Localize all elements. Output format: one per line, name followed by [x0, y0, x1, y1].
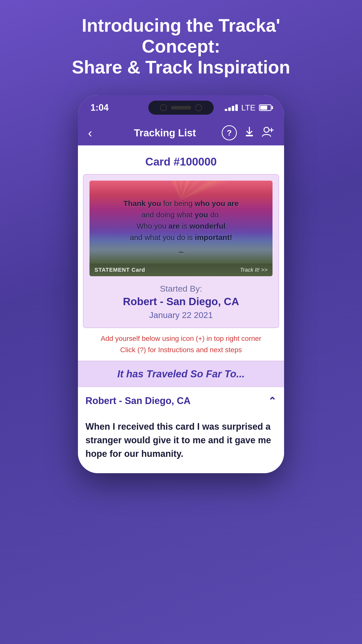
- card-author: Robert - San Diego, CA: [88, 296, 274, 308]
- download-icon: [244, 126, 255, 137]
- instruction-line1: Add yourself below using icon (+) in top…: [85, 333, 277, 344]
- nav-title: Tracking List: [108, 127, 222, 139]
- chevron-up-icon[interactable]: ⌃: [268, 395, 277, 407]
- status-bar: 1:04 LTE: [78, 95, 284, 120]
- headline-line1: Introducing the Tracka' Concept:: [82, 15, 280, 56]
- card-meta: Started By: Robert - San Diego, CA Janua…: [83, 276, 279, 328]
- lte-label: LTE: [241, 103, 255, 112]
- traveled-title: It has Traveled So Far To...: [85, 368, 277, 380]
- add-user-button[interactable]: [262, 126, 274, 140]
- quote-line3: Who you are is wonderful: [123, 220, 239, 232]
- quote-line1: Thank you for being who you are: [123, 198, 239, 209]
- track-it-link[interactable]: Track It! >>: [240, 267, 267, 273]
- card-image-wrapper: Thank you for being who you are and doin…: [89, 181, 273, 276]
- traveler-name: Robert - San Diego, CA: [85, 395, 191, 406]
- card-type-label: STATEMENT Card: [95, 267, 145, 273]
- quote-line4: and what you do is important!: [123, 232, 239, 243]
- card-date: January 22 2021: [88, 310, 274, 320]
- signal-bar-4: [235, 104, 238, 111]
- signal-bar-1: [225, 109, 227, 111]
- quote-line2: and doing what you do.: [123, 209, 239, 220]
- nav-icons: ?: [222, 125, 274, 140]
- card-section: Thank you for being who you are and doin…: [83, 174, 279, 328]
- quote-tilde: ~: [123, 246, 239, 259]
- speaker-bar: [171, 106, 191, 109]
- card-quote: Thank you for being who you are and doin…: [116, 193, 246, 264]
- help-button[interactable]: ?: [222, 125, 237, 140]
- add-user-icon: [262, 126, 274, 137]
- status-right: LTE: [225, 103, 272, 112]
- download-button[interactable]: [244, 126, 255, 140]
- camera-dot: [160, 104, 167, 111]
- battery-fill: [260, 106, 267, 110]
- back-button[interactable]: ‹: [88, 126, 108, 140]
- card-number: Card #100000: [78, 145, 284, 174]
- card-footer-bar: STATEMENT Card Track It! >>: [89, 264, 273, 276]
- signal-bar-2: [228, 107, 231, 111]
- traveler-story: When I received this card I was surprise…: [78, 415, 284, 473]
- nav-bar: ‹ Tracking List ?: [78, 120, 284, 145]
- started-by-label: Started By:: [88, 284, 274, 294]
- instructions: Add yourself below using icon (+) in top…: [78, 328, 284, 361]
- phone-content: Card #100000 Thank you for being who you…: [78, 145, 284, 473]
- instruction-line2: Click (?) for Instructions and next step…: [85, 344, 277, 356]
- phone-frame: 1:04 LTE ‹ Tracking List ?: [78, 95, 284, 473]
- phone-notch: [148, 101, 214, 115]
- svg-point-0: [264, 127, 269, 132]
- traveled-header: It has Traveled So Far To...: [78, 361, 284, 387]
- card-image: Thank you for being who you are and doin…: [89, 181, 273, 276]
- signal-bar-3: [232, 106, 234, 111]
- signal-bars: [225, 104, 238, 111]
- battery-icon: [259, 104, 272, 111]
- sensor-dot: [195, 104, 202, 111]
- traveled-section: It has Traveled So Far To... Robert - Sa…: [78, 361, 284, 473]
- headline-line2: Share & Track Inspiration: [72, 57, 290, 77]
- headline: Introducing the Tracka' Concept: Share &…: [43, 15, 319, 77]
- status-time: 1:04: [90, 102, 109, 113]
- traveler-row[interactable]: Robert - San Diego, CA ⌃: [78, 387, 284, 415]
